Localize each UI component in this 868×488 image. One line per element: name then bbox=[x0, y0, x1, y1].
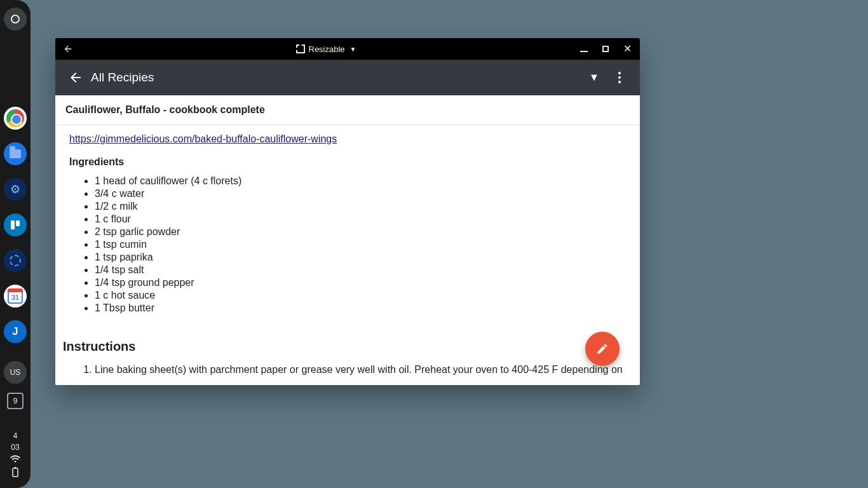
chrome-icon bbox=[6, 109, 24, 127]
ingredient-item: 1 c flour bbox=[95, 213, 626, 226]
minimize-icon bbox=[580, 51, 588, 52]
edit-fab-button[interactable] bbox=[585, 332, 620, 366]
ingredients-heading: Ingredients bbox=[69, 156, 626, 168]
window-titlebar: Resizable ▼ ✕ bbox=[55, 38, 640, 60]
titlebar-resize-label: Resizable bbox=[309, 44, 345, 54]
ingredient-item: 2 tsp garlic powder bbox=[95, 226, 626, 238]
os-shelf: ⚙ 31 J US 9 4 03 bbox=[0, 0, 31, 488]
ingredient-item: 1/2 c milk bbox=[95, 200, 626, 213]
ingredients-list: 1 head of cauliflower (4 c florets)3/4 c… bbox=[69, 175, 626, 315]
recipe-source-link[interactable]: https://gimmedelicious.com/baked-buffalo… bbox=[69, 133, 337, 144]
instructions-heading: Instructions bbox=[63, 339, 626, 355]
appbar-title: All Recipies bbox=[91, 71, 154, 85]
ingredient-item: 1/4 tsp ground pepper bbox=[95, 276, 626, 289]
shelf-app-signal[interactable] bbox=[4, 249, 27, 272]
svg-rect-0 bbox=[13, 468, 18, 477]
shelf-app-chrome[interactable] bbox=[4, 107, 27, 130]
calendar-icon: 31 bbox=[8, 288, 23, 304]
titlebar-resize-menu[interactable]: Resizable ▼ bbox=[77, 44, 575, 54]
ingredient-item: 1 tsp cumin bbox=[95, 238, 626, 251]
ime-label: US bbox=[10, 368, 21, 377]
recipe-title: Cauliflower, Buffalo - cookbook complete bbox=[55, 95, 640, 125]
launcher-button[interactable] bbox=[4, 8, 27, 30]
joplin-icon: J bbox=[13, 326, 18, 337]
resize-icon bbox=[296, 44, 305, 53]
status-tray[interactable]: 4 03 bbox=[10, 431, 20, 488]
calendar-day: 31 bbox=[11, 294, 19, 301]
dot-icon bbox=[618, 72, 621, 74]
shelf-app-files[interactable] bbox=[4, 142, 27, 165]
maximize-icon bbox=[602, 46, 609, 52]
wifi-icon bbox=[10, 454, 20, 464]
appbar-overflow-menu-button[interactable] bbox=[607, 65, 632, 90]
ingredient-item: 1/4 tsp salt bbox=[95, 264, 626, 276]
instructions-list: Line baking sheet(s) with parchment pape… bbox=[69, 363, 626, 376]
app-window: Resizable ▼ ✕ All Recipies ▼ Cauliflower… bbox=[55, 38, 640, 385]
shelf-app-trello[interactable] bbox=[4, 214, 27, 236]
window-minimize-button[interactable] bbox=[575, 40, 593, 58]
notification-count: 9 bbox=[13, 396, 18, 405]
appbar-back-button[interactable] bbox=[63, 65, 88, 90]
triangle-down-icon: ▼ bbox=[589, 72, 599, 83]
appbar-dropdown-button[interactable]: ▼ bbox=[581, 65, 607, 90]
notification-badge[interactable]: 9 bbox=[7, 393, 24, 409]
clock-bottom: 03 bbox=[11, 443, 19, 452]
instruction-step: Line baking sheet(s) with parchment pape… bbox=[95, 363, 626, 376]
shelf-app-calendar[interactable]: 31 bbox=[4, 285, 27, 308]
recipe-content: https://gimmedelicious.com/baked-buffalo… bbox=[55, 125, 640, 385]
edit-icon bbox=[596, 342, 609, 355]
window-close-button[interactable]: ✕ bbox=[618, 40, 636, 58]
chevron-down-icon: ▼ bbox=[350, 46, 356, 53]
dot-icon bbox=[618, 81, 621, 83]
ingredient-item: 1 c hot sauce bbox=[95, 289, 626, 302]
app-bar: All Recipies ▼ bbox=[55, 60, 640, 95]
ingredient-item: 1 Tbsp butter bbox=[95, 302, 626, 315]
signal-icon bbox=[10, 255, 21, 266]
dot-icon bbox=[618, 76, 621, 79]
ingredient-item: 1 tsp paprika bbox=[95, 251, 626, 264]
ingredient-item: 1 head of cauliflower (4 c florets) bbox=[95, 175, 626, 187]
shelf-app-joplin[interactable]: J bbox=[4, 320, 27, 343]
svg-rect-1 bbox=[15, 467, 17, 468]
launcher-circle-icon bbox=[11, 15, 20, 24]
folder-icon bbox=[10, 149, 21, 158]
close-icon: ✕ bbox=[623, 44, 632, 54]
titlebar-back-button[interactable] bbox=[59, 40, 77, 58]
window-maximize-button[interactable] bbox=[597, 40, 614, 58]
ingredient-item: 3/4 c water bbox=[95, 187, 626, 200]
clock-top: 4 bbox=[13, 431, 18, 440]
ime-indicator[interactable]: US bbox=[4, 361, 27, 384]
shelf-app-gear[interactable]: ⚙ bbox=[4, 178, 27, 201]
trello-icon bbox=[11, 220, 20, 229]
arrow-left-icon bbox=[68, 70, 83, 85]
battery-icon bbox=[12, 467, 18, 479]
arrow-left-icon bbox=[63, 44, 73, 54]
gear-icon: ⚙ bbox=[10, 182, 20, 196]
